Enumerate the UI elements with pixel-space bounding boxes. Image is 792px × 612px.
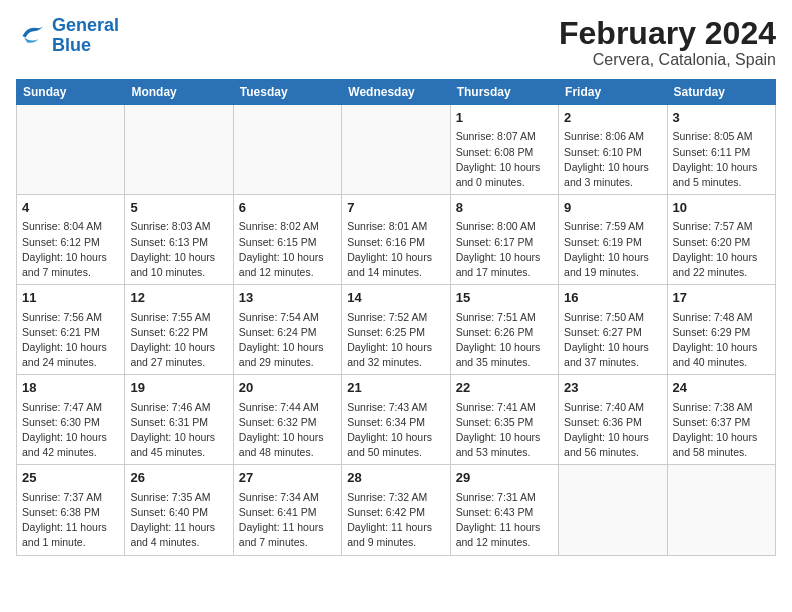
calendar-day-cell: 3Sunrise: 8:05 AM Sunset: 6:11 PM Daylig…	[667, 105, 775, 195]
calendar-day-cell	[559, 465, 667, 555]
calendar-day-cell: 9Sunrise: 7:59 AM Sunset: 6:19 PM Daylig…	[559, 195, 667, 285]
day-info: Sunrise: 7:50 AM Sunset: 6:27 PM Dayligh…	[564, 310, 661, 371]
page-title: February 2024	[559, 16, 776, 51]
calendar-day-cell: 5Sunrise: 8:03 AM Sunset: 6:13 PM Daylig…	[125, 195, 233, 285]
day-number: 19	[130, 379, 227, 397]
day-info: Sunrise: 8:04 AM Sunset: 6:12 PM Dayligh…	[22, 219, 119, 280]
day-info: Sunrise: 8:01 AM Sunset: 6:16 PM Dayligh…	[347, 219, 444, 280]
day-info: Sunrise: 7:32 AM Sunset: 6:42 PM Dayligh…	[347, 490, 444, 551]
day-info: Sunrise: 7:51 AM Sunset: 6:26 PM Dayligh…	[456, 310, 553, 371]
calendar-day-cell: 6Sunrise: 8:02 AM Sunset: 6:15 PM Daylig…	[233, 195, 341, 285]
calendar-day-cell: 17Sunrise: 7:48 AM Sunset: 6:29 PM Dayli…	[667, 285, 775, 375]
calendar-day-cell: 22Sunrise: 7:41 AM Sunset: 6:35 PM Dayli…	[450, 375, 558, 465]
weekday-header: Friday	[559, 80, 667, 105]
day-number: 24	[673, 379, 770, 397]
day-number: 21	[347, 379, 444, 397]
calendar-day-cell: 14Sunrise: 7:52 AM Sunset: 6:25 PM Dayli…	[342, 285, 450, 375]
page-header: GeneralBlue February 2024 Cervera, Catal…	[16, 16, 776, 69]
calendar-day-cell: 1Sunrise: 8:07 AM Sunset: 6:08 PM Daylig…	[450, 105, 558, 195]
day-number: 26	[130, 469, 227, 487]
calendar-day-cell: 24Sunrise: 7:38 AM Sunset: 6:37 PM Dayli…	[667, 375, 775, 465]
day-info: Sunrise: 7:47 AM Sunset: 6:30 PM Dayligh…	[22, 400, 119, 461]
day-number: 10	[673, 199, 770, 217]
calendar-week-row: 4Sunrise: 8:04 AM Sunset: 6:12 PM Daylig…	[17, 195, 776, 285]
day-number: 2	[564, 109, 661, 127]
calendar-day-cell: 27Sunrise: 7:34 AM Sunset: 6:41 PM Dayli…	[233, 465, 341, 555]
calendar-week-row: 25Sunrise: 7:37 AM Sunset: 6:38 PM Dayli…	[17, 465, 776, 555]
calendar-day-cell: 26Sunrise: 7:35 AM Sunset: 6:40 PM Dayli…	[125, 465, 233, 555]
calendar-day-cell: 29Sunrise: 7:31 AM Sunset: 6:43 PM Dayli…	[450, 465, 558, 555]
day-number: 29	[456, 469, 553, 487]
day-number: 28	[347, 469, 444, 487]
calendar-week-row: 18Sunrise: 7:47 AM Sunset: 6:30 PM Dayli…	[17, 375, 776, 465]
day-number: 17	[673, 289, 770, 307]
day-info: Sunrise: 7:43 AM Sunset: 6:34 PM Dayligh…	[347, 400, 444, 461]
day-info: Sunrise: 7:35 AM Sunset: 6:40 PM Dayligh…	[130, 490, 227, 551]
day-info: Sunrise: 8:06 AM Sunset: 6:10 PM Dayligh…	[564, 129, 661, 190]
calendar-day-cell	[125, 105, 233, 195]
calendar-day-cell: 28Sunrise: 7:32 AM Sunset: 6:42 PM Dayli…	[342, 465, 450, 555]
day-info: Sunrise: 8:03 AM Sunset: 6:13 PM Dayligh…	[130, 219, 227, 280]
calendar-day-cell: 10Sunrise: 7:57 AM Sunset: 6:20 PM Dayli…	[667, 195, 775, 285]
calendar-day-cell: 4Sunrise: 8:04 AM Sunset: 6:12 PM Daylig…	[17, 195, 125, 285]
day-number: 5	[130, 199, 227, 217]
calendar-day-cell: 15Sunrise: 7:51 AM Sunset: 6:26 PM Dayli…	[450, 285, 558, 375]
title-block: February 2024 Cervera, Catalonia, Spain	[559, 16, 776, 69]
day-number: 18	[22, 379, 119, 397]
calendar-day-cell: 12Sunrise: 7:55 AM Sunset: 6:22 PM Dayli…	[125, 285, 233, 375]
day-number: 11	[22, 289, 119, 307]
day-info: Sunrise: 7:56 AM Sunset: 6:21 PM Dayligh…	[22, 310, 119, 371]
day-number: 4	[22, 199, 119, 217]
calendar-day-cell: 20Sunrise: 7:44 AM Sunset: 6:32 PM Dayli…	[233, 375, 341, 465]
calendar-day-cell: 25Sunrise: 7:37 AM Sunset: 6:38 PM Dayli…	[17, 465, 125, 555]
calendar-day-cell: 13Sunrise: 7:54 AM Sunset: 6:24 PM Dayli…	[233, 285, 341, 375]
day-info: Sunrise: 7:48 AM Sunset: 6:29 PM Dayligh…	[673, 310, 770, 371]
weekday-header: Monday	[125, 80, 233, 105]
day-info: Sunrise: 7:37 AM Sunset: 6:38 PM Dayligh…	[22, 490, 119, 551]
day-info: Sunrise: 7:40 AM Sunset: 6:36 PM Dayligh…	[564, 400, 661, 461]
calendar-day-cell	[667, 465, 775, 555]
day-number: 12	[130, 289, 227, 307]
weekday-header: Wednesday	[342, 80, 450, 105]
day-number: 1	[456, 109, 553, 127]
weekday-header: Tuesday	[233, 80, 341, 105]
day-info: Sunrise: 7:59 AM Sunset: 6:19 PM Dayligh…	[564, 219, 661, 280]
day-number: 16	[564, 289, 661, 307]
day-number: 14	[347, 289, 444, 307]
day-info: Sunrise: 7:57 AM Sunset: 6:20 PM Dayligh…	[673, 219, 770, 280]
day-info: Sunrise: 7:38 AM Sunset: 6:37 PM Dayligh…	[673, 400, 770, 461]
day-number: 22	[456, 379, 553, 397]
weekday-header: Saturday	[667, 80, 775, 105]
day-number: 25	[22, 469, 119, 487]
weekday-header: Sunday	[17, 80, 125, 105]
calendar-day-cell	[17, 105, 125, 195]
day-info: Sunrise: 7:52 AM Sunset: 6:25 PM Dayligh…	[347, 310, 444, 371]
calendar-day-cell: 11Sunrise: 7:56 AM Sunset: 6:21 PM Dayli…	[17, 285, 125, 375]
calendar-day-cell: 18Sunrise: 7:47 AM Sunset: 6:30 PM Dayli…	[17, 375, 125, 465]
day-info: Sunrise: 8:05 AM Sunset: 6:11 PM Dayligh…	[673, 129, 770, 190]
day-info: Sunrise: 7:34 AM Sunset: 6:41 PM Dayligh…	[239, 490, 336, 551]
calendar-day-cell	[342, 105, 450, 195]
logo-icon	[16, 20, 48, 52]
day-number: 8	[456, 199, 553, 217]
day-number: 20	[239, 379, 336, 397]
day-info: Sunrise: 7:46 AM Sunset: 6:31 PM Dayligh…	[130, 400, 227, 461]
day-info: Sunrise: 8:00 AM Sunset: 6:17 PM Dayligh…	[456, 219, 553, 280]
weekday-header: Thursday	[450, 80, 558, 105]
calendar-week-row: 1Sunrise: 8:07 AM Sunset: 6:08 PM Daylig…	[17, 105, 776, 195]
day-number: 27	[239, 469, 336, 487]
day-info: Sunrise: 8:07 AM Sunset: 6:08 PM Dayligh…	[456, 129, 553, 190]
calendar-week-row: 11Sunrise: 7:56 AM Sunset: 6:21 PM Dayli…	[17, 285, 776, 375]
calendar-day-cell: 23Sunrise: 7:40 AM Sunset: 6:36 PM Dayli…	[559, 375, 667, 465]
day-number: 15	[456, 289, 553, 307]
day-info: Sunrise: 7:31 AM Sunset: 6:43 PM Dayligh…	[456, 490, 553, 551]
calendar-day-cell: 2Sunrise: 8:06 AM Sunset: 6:10 PM Daylig…	[559, 105, 667, 195]
day-number: 7	[347, 199, 444, 217]
day-number: 13	[239, 289, 336, 307]
logo: GeneralBlue	[16, 16, 119, 56]
page-subtitle: Cervera, Catalonia, Spain	[559, 51, 776, 69]
day-number: 23	[564, 379, 661, 397]
calendar-table: SundayMondayTuesdayWednesdayThursdayFrid…	[16, 79, 776, 555]
calendar-day-cell: 19Sunrise: 7:46 AM Sunset: 6:31 PM Dayli…	[125, 375, 233, 465]
day-info: Sunrise: 7:54 AM Sunset: 6:24 PM Dayligh…	[239, 310, 336, 371]
